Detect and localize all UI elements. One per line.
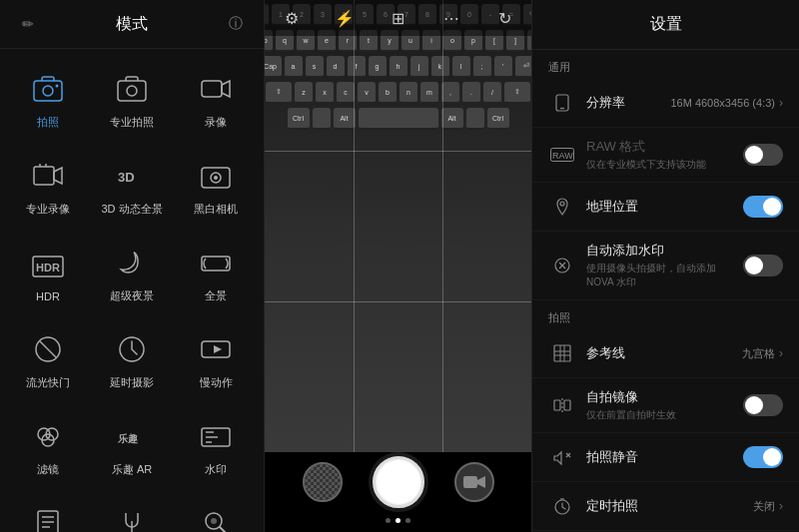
settings-item-timer[interactable]: 定时拍照 关闭 › (532, 482, 799, 531)
settings-content-timer: 定时拍照 (586, 497, 753, 515)
settings-title-grid: 参考线 (586, 344, 742, 362)
svg-text:乐趣: 乐趣 (118, 433, 139, 444)
mode-item-pro-video[interactable]: 专业录像 (8, 144, 88, 227)
settings-icon-location (548, 193, 576, 221)
settings-content-location: 地理位置 (586, 198, 743, 216)
svg-point-1 (43, 86, 53, 96)
settings-scroll: 通用 分辨率 16M 4608x3456 (4:3) › RAW RAW 格式 (532, 50, 799, 532)
mode-item-video[interactable]: 录像 (176, 57, 256, 140)
mode-item-food[interactable]: 美食 (92, 491, 172, 532)
svg-rect-3 (118, 81, 146, 101)
camera-top-bar: ⚙ ⚡ ⊞ ⋯ ↻ (265, 0, 531, 36)
mode-item-3d-panorama[interactable]: 3D 3D 动态全景 (92, 144, 172, 227)
settings-subtitle-watermark-auto: 使用摄像头拍摄时，自动添加 NOVA 水印 (586, 262, 743, 289)
shutter-inner (377, 460, 420, 504)
svg-point-27 (211, 518, 217, 524)
info-icon[interactable]: ⓘ (224, 12, 248, 36)
mode-icon-slow-motion (194, 327, 238, 371)
svg-point-12 (214, 176, 218, 180)
toggle-watermark-auto[interactable] (743, 255, 783, 276)
mode-item-slow-motion[interactable]: 慢动作 (176, 317, 256, 400)
toggle-mirror[interactable] (743, 394, 783, 416)
svg-text:3D: 3D (118, 170, 135, 185)
viewfinder: `1234567890-=⌫Tabqwertyuiop[]\Capasdfghj… (265, 0, 531, 532)
mode-item-slow-motion-fast[interactable]: 流光快门 (8, 317, 88, 400)
mode-label-night: 超级夜景 (110, 288, 154, 303)
mode-icon-ar: 乐趣 (110, 414, 154, 458)
more-icon[interactable]: ⋯ (436, 3, 466, 33)
mode-label-filter: 滤镜 (37, 462, 59, 477)
mode-icon-photo (26, 67, 70, 111)
mode-item-identify[interactable]: 智慧识物 (176, 491, 256, 532)
flash-icon[interactable]: ⚡ (330, 3, 360, 33)
settings-right-resolution: 16M 4608x3456 (4:3) › (670, 96, 783, 110)
mode-item-text-scan[interactable]: 文档拍摄 (8, 491, 88, 532)
settings-right-silent (743, 446, 783, 468)
video-button[interactable] (454, 462, 494, 502)
toggle-thumb-raw (745, 146, 763, 164)
middle-panel: ⚙ ⚡ ⊞ ⋯ ↻ `1234567890-=⌫Tabqwertyuiop[]\… (265, 0, 531, 532)
mode-item-timelapse[interactable]: 延时摄影 (92, 317, 172, 400)
settings-item-mirror[interactable]: 自拍镜像 仅在前置自拍时生效 (532, 378, 799, 433)
mode-label-ar: 乐趣 AR (112, 462, 152, 477)
svg-rect-15 (202, 257, 230, 270)
mode-item-filter[interactable]: 滤镜 (8, 404, 88, 487)
flip-icon[interactable]: ↻ (489, 3, 519, 33)
section-label-通用: 通用 (532, 50, 799, 79)
svg-point-4 (127, 86, 137, 96)
settings-subtitle-raw: 仅在专业模式下支持该功能 (586, 158, 743, 172)
mode-item-photo[interactable]: 拍照 (8, 57, 88, 140)
mode-item-monochrome[interactable]: 黑白相机 (176, 144, 256, 227)
mode-item-panorama[interactable]: 全景 (176, 231, 256, 313)
settings-item-resolution[interactable]: 分辨率 16M 4608x3456 (4:3) › (532, 79, 799, 128)
toggle-thumb-mirror (745, 396, 763, 414)
settings-icon-grid (548, 339, 576, 367)
dot-1 (386, 518, 391, 523)
settings-item-location[interactable]: 地理位置 (532, 183, 799, 232)
settings-icon-raw: RAW (548, 141, 576, 169)
edit-icon[interactable]: ✏ (16, 12, 40, 36)
settings-icon-resolution (548, 89, 576, 117)
settings-content-silent: 拍照静音 (586, 448, 743, 466)
mode-label-photo: 拍照 (37, 115, 59, 130)
mode-item-hdr[interactable]: HDR HDR (8, 231, 88, 313)
mode-label-video: 录像 (205, 115, 227, 130)
settings-title-watermark-auto: 自动添加水印 (586, 242, 743, 260)
mode-icon-3d-panorama: 3D (110, 154, 154, 198)
toggle-thumb-silent (763, 448, 781, 466)
settings-icon[interactable]: ⚙ (277, 3, 307, 33)
settings-item-silent[interactable]: 拍照静音 (532, 433, 799, 482)
toggle-location[interactable] (743, 196, 783, 218)
toggle-silent[interactable] (743, 446, 783, 468)
mode-label-pro-photo: 专业拍照 (110, 115, 154, 130)
svg-point-33 (560, 202, 564, 206)
svg-rect-6 (34, 167, 54, 185)
section-label-拍照: 拍照 (532, 300, 799, 329)
mode-icon-watermark (194, 414, 238, 458)
mode-item-night[interactable]: 超级夜景 (92, 231, 172, 313)
mode-icon-food (110, 501, 154, 532)
settings-right-watermark-auto (743, 255, 783, 276)
dot-2 (396, 518, 400, 523)
dot-3 (405, 518, 410, 523)
settings-subtitle-mirror: 仅在前置自拍时生效 (586, 408, 743, 422)
gallery-thumbnail (305, 464, 341, 500)
settings-item-raw[interactable]: RAW RAW 格式 仅在专业模式下支持该功能 (532, 128, 799, 183)
mode-item-watermark[interactable]: 水印 (176, 404, 256, 487)
mode-item-pro-photo[interactable]: 专业拍照 (92, 57, 172, 140)
settings-icon-silent (548, 443, 576, 471)
settings-content-mirror: 自拍镜像 仅在前置自拍时生效 (586, 388, 743, 422)
svg-text:HDR: HDR (36, 262, 60, 273)
mode-icon-monochrome (194, 154, 238, 198)
aspect-icon[interactable]: ⊞ (383, 3, 412, 33)
gallery-button[interactable] (303, 462, 343, 502)
settings-item-grid[interactable]: 参考线 九宫格 › (532, 329, 799, 378)
shutter-button[interactable] (373, 456, 424, 508)
mode-label-panorama: 全景 (205, 288, 227, 303)
settings-title-resolution: 分辨率 (586, 94, 670, 112)
settings-title-raw: RAW 格式 (586, 138, 743, 156)
settings-item-watermark-auto[interactable]: 自动添加水印 使用摄像头拍摄时，自动添加 NOVA 水印 (532, 232, 799, 300)
chevron-resolution: › (779, 96, 783, 110)
svg-rect-41 (554, 400, 560, 410)
mode-item-ar[interactable]: 乐趣 乐趣 AR (92, 404, 172, 487)
